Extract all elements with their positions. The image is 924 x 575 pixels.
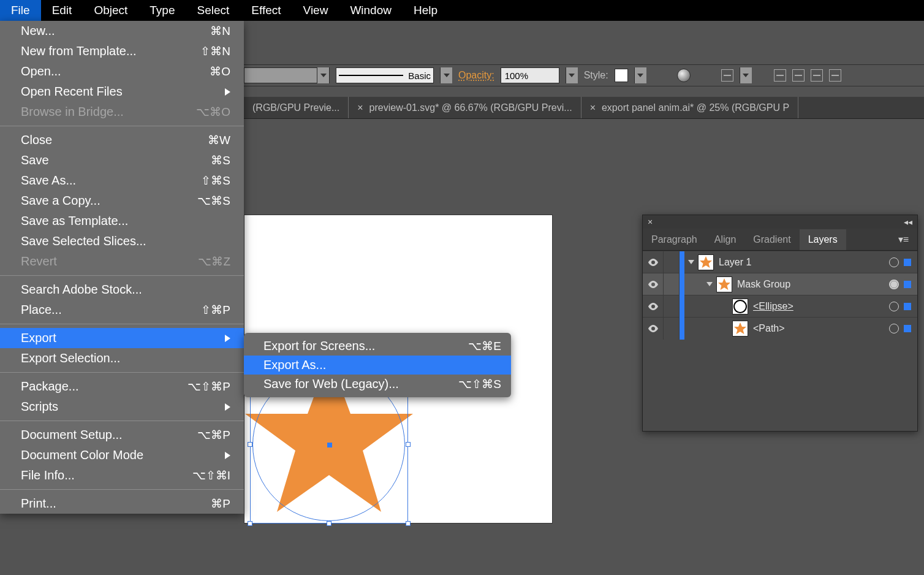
doc-tab[interactable]: ×preview-01.svg* @ 66.67% (RGB/GPU Previ…	[349, 97, 581, 118]
graphic-style-swatch[interactable]	[615, 69, 628, 82]
selection-indicator[interactable]	[904, 325, 911, 332]
align-left-icon[interactable]	[774, 69, 786, 82]
menu-item[interactable]: Search Adobe Stock...	[0, 280, 244, 300]
selection-handle[interactable]	[248, 521, 252, 526]
menu-item[interactable]: New...⌘N	[0, 21, 244, 41]
menu-item-label: Print...	[21, 497, 56, 511]
menu-type[interactable]: Type	[138, 0, 186, 21]
target-icon[interactable]	[889, 324, 899, 333]
collapse-icon[interactable]: ◂◂	[904, 217, 912, 227]
menu-window[interactable]: Window	[339, 0, 403, 21]
align-dropdown-icon[interactable]	[740, 67, 752, 83]
menu-shortcut: ⌥⌘E	[468, 339, 501, 353]
menu-shortcut: ⇧⌘S	[201, 173, 230, 188]
visibility-toggle[interactable]	[643, 318, 664, 340]
visibility-toggle[interactable]	[643, 251, 664, 273]
disclosure-triangle-icon[interactable]	[706, 282, 713, 286]
selection-indicator[interactable]	[904, 259, 911, 266]
recolor-icon[interactable]	[677, 69, 691, 82]
menu-item[interactable]: Export Selection...	[0, 348, 244, 368]
close-icon[interactable]: ×	[648, 217, 653, 227]
menu-item[interactable]: Save a Copy...⌥⌘S	[0, 191, 244, 211]
menu-file[interactable]: File	[0, 0, 41, 21]
stroke-style-dropdown[interactable]: Basic	[336, 67, 434, 83]
menu-edit[interactable]: Edit	[41, 0, 83, 21]
menu-effect[interactable]: Effect	[240, 0, 292, 21]
menu-item[interactable]: Document Color Mode	[0, 445, 244, 465]
style-dropdown-icon[interactable]	[634, 67, 646, 83]
layer-name[interactable]: <Path>	[753, 323, 884, 334]
selection-indicator[interactable]	[904, 281, 911, 288]
menu-item[interactable]: Open Recent Files	[0, 82, 244, 102]
menu-item[interactable]: Package...⌥⇧⌘P	[0, 376, 244, 397]
menu-item[interactable]: Save as Template...	[0, 211, 244, 231]
menu-item-label: Save	[21, 153, 49, 167]
menu-item[interactable]: Save for Web (Legacy)...⌥⇧⌘S	[244, 375, 511, 394]
tab-layers[interactable]: Layers	[800, 229, 846, 250]
visibility-toggle[interactable]	[643, 295, 664, 318]
align-hcenter-icon[interactable]	[792, 69, 805, 82]
doc-tab-title: export panel anim.ai* @ 25% (RGB/GPU P	[602, 102, 789, 113]
tab-gradient[interactable]: Gradient	[744, 229, 799, 250]
layer-row[interactable]: <Path>	[643, 317, 917, 339]
layer-name[interactable]: Mask Group	[737, 279, 884, 290]
menu-item[interactable]: Save Selected Slices...	[0, 231, 244, 251]
menu-item[interactable]: Export	[0, 328, 244, 348]
lock-toggle[interactable]	[664, 295, 680, 318]
menu-object[interactable]: Object	[83, 0, 138, 21]
tab-align[interactable]: Align	[706, 229, 745, 250]
menu-item[interactable]: Export As...	[244, 356, 511, 375]
fill-dropdown-icon[interactable]	[317, 67, 329, 83]
menu-item[interactable]: File Info...⌥⇧⌘I	[0, 465, 244, 486]
menu-item[interactable]: Scripts	[0, 397, 244, 417]
menu-select[interactable]: Select	[186, 0, 241, 21]
menu-item[interactable]: Export for Screens...⌥⌘E	[244, 337, 511, 356]
disclosure-triangle-icon[interactable]	[688, 260, 694, 264]
menu-item[interactable]: Print...⌘P	[0, 493, 244, 514]
menu-item[interactable]: New from Template...⇧⌘N	[0, 41, 244, 61]
menu-item-label: File Info...	[21, 468, 75, 482]
lock-toggle[interactable]	[664, 273, 680, 295]
menu-shortcut: ⌘W	[208, 133, 230, 147]
menu-item[interactable]: Document Setup...⌥⌘P	[0, 425, 244, 445]
layer-name[interactable]: Layer 1	[719, 257, 884, 268]
target-icon[interactable]	[889, 280, 899, 289]
lock-toggle[interactable]	[664, 318, 680, 340]
layer-row[interactable]: Mask Group	[643, 273, 917, 295]
menu-item[interactable]: Close⌘W	[0, 130, 244, 150]
menu-item-label: Export	[21, 331, 56, 345]
close-icon[interactable]: ×	[590, 102, 596, 113]
doc-tab[interactable]: (RGB/GPU Previe...	[244, 97, 349, 118]
target-icon[interactable]	[889, 302, 899, 311]
menu-item[interactable]: Open...⌘O	[0, 61, 244, 82]
opacity-input[interactable]	[501, 67, 559, 83]
stroke-label: Basic	[408, 70, 431, 81]
layer-row[interactable]: Layer 1	[643, 251, 917, 273]
opacity-dropdown-icon[interactable]	[566, 67, 578, 83]
selection-handle[interactable]	[406, 521, 411, 526]
layer-name[interactable]: <Ellipse>	[753, 301, 884, 312]
target-icon[interactable]	[889, 257, 899, 267]
menu-item[interactable]: Place...⇧⌘P	[0, 300, 244, 320]
selection-handle[interactable]	[327, 521, 331, 526]
menu-item[interactable]: Save As...⇧⌘S	[0, 170, 244, 191]
stroke-dropdown-icon[interactable]	[440, 67, 452, 83]
menu-view[interactable]: View	[292, 0, 339, 21]
selection-handle[interactable]	[406, 442, 411, 447]
selection-handle[interactable]	[248, 442, 252, 447]
align-right-icon[interactable]	[811, 69, 823, 82]
menu-item[interactable]: Save⌘S	[0, 150, 244, 170]
lock-toggle[interactable]	[664, 251, 680, 273]
align-top-icon[interactable]	[829, 69, 841, 82]
panel-menu-icon[interactable]: ▾≡	[890, 229, 917, 250]
tab-paragraph[interactable]: Paragraph	[643, 229, 706, 250]
close-icon[interactable]: ×	[357, 102, 363, 113]
opacity-label[interactable]: Opacity:	[458, 70, 494, 81]
layer-row[interactable]: <Ellipse>	[643, 295, 917, 317]
align-panel-icon[interactable]	[721, 69, 733, 82]
menu-help[interactable]: Help	[403, 0, 449, 21]
visibility-toggle[interactable]	[643, 273, 664, 295]
doc-tab[interactable]: ×export panel anim.ai* @ 25% (RGB/GPU P	[581, 97, 799, 118]
selection-indicator[interactable]	[904, 303, 911, 310]
fill-swatch[interactable]	[244, 67, 330, 83]
